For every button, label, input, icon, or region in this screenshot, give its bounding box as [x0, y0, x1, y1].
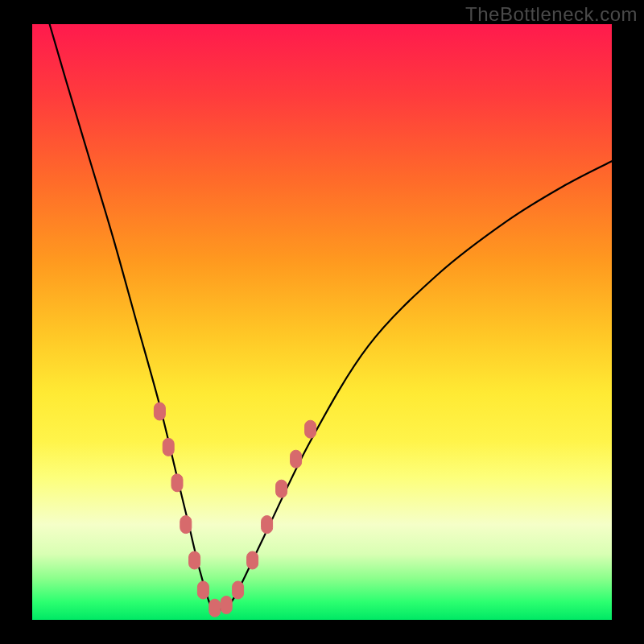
curve-marker [305, 420, 316, 438]
marker-group [154, 402, 316, 617]
curve-layer [32, 24, 612, 620]
curve-marker [233, 581, 244, 599]
curve-marker [189, 551, 200, 569]
watermark-text: TheBottleneck.com [465, 3, 638, 26]
bottleneck-curve [50, 24, 612, 611]
curve-marker [163, 438, 174, 456]
curve-marker [171, 474, 183, 492]
curve-marker [197, 581, 208, 599]
curve-marker [209, 599, 221, 617]
curve-marker [276, 480, 287, 497]
curve-marker [180, 516, 192, 534]
curve-marker [221, 597, 232, 614]
curve-marker [262, 516, 273, 534]
curve-marker [291, 450, 302, 468]
plot-area [32, 24, 612, 620]
curve-marker [247, 551, 258, 569]
chart-frame: TheBottleneck.com [0, 0, 644, 644]
curve-marker [154, 402, 165, 420]
